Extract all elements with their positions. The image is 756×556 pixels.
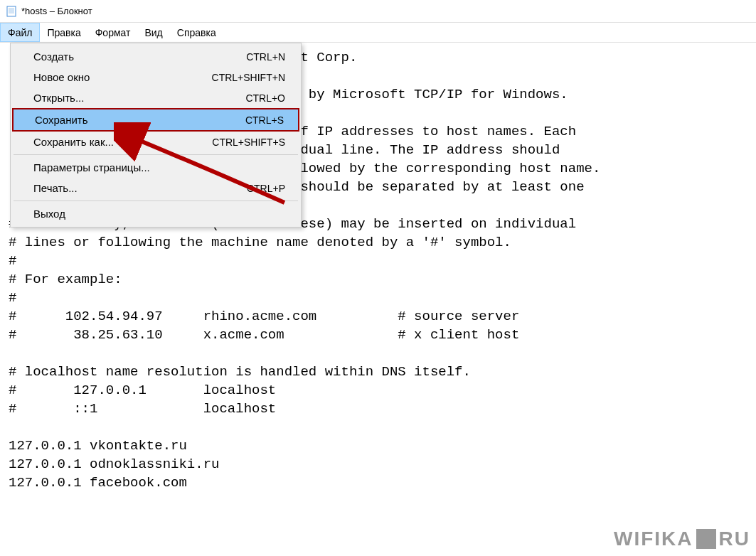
menu-item-label: Выход: [33, 208, 285, 220]
menu-item-shortcut: CTRL+P: [247, 183, 285, 194]
menu-save[interactable]: Сохранить CTRL+S: [12, 108, 299, 132]
menu-item-shortcut: CTRL+N: [246, 51, 285, 63]
menu-item-label: Сохранить как...: [33, 136, 212, 148]
menu-item-label: Параметры страницы...: [33, 161, 285, 173]
menu-file[interactable]: Файл: [0, 23, 40, 42]
menu-format[interactable]: Формат: [88, 23, 138, 42]
notepad-icon: [6, 6, 17, 17]
qr-icon: [696, 529, 716, 549]
window-title: *hosts – Блокнот: [21, 6, 92, 16]
menu-item-shortcut: CTRL+SHIFT+N: [212, 72, 285, 83]
menu-exit[interactable]: Выход: [12, 203, 299, 224]
menu-item-label: Новое окно: [33, 71, 212, 83]
file-menu-dropdown: Создать CTRL+N Новое окно CTRL+SHIFT+N О…: [10, 43, 302, 228]
menu-help[interactable]: Справка: [170, 23, 223, 42]
menu-item-shortcut: CTRL+S: [245, 114, 284, 126]
menubar: Файл Правка Формат Вид Справка: [0, 23, 756, 43]
menu-save-as[interactable]: Сохранить как... CTRL+SHIFT+S: [12, 132, 299, 152]
watermark: WIFIKA RU: [614, 528, 750, 550]
menu-item-label: Сохранить: [35, 114, 245, 126]
menu-item-label: Открыть...: [33, 92, 245, 104]
menu-page-setup[interactable]: Параметры страницы...: [12, 157, 299, 178]
menu-separator: [14, 154, 298, 155]
watermark-text-suffix: RU: [719, 528, 750, 550]
menu-separator: [14, 201, 298, 201]
menu-item-label: Создать: [33, 50, 246, 63]
menu-open[interactable]: Открыть... CTRL+O: [12, 87, 299, 108]
menu-edit[interactable]: Правка: [40, 23, 87, 42]
titlebar: *hosts – Блокнот: [0, 0, 756, 23]
menu-view[interactable]: Вид: [137, 23, 169, 42]
menu-new[interactable]: Создать CTRL+N: [12, 46, 299, 67]
menu-item-label: Печать...: [33, 182, 247, 194]
watermark-text: WIFIKA: [614, 528, 693, 550]
menu-item-shortcut: CTRL+O: [245, 92, 285, 104]
menu-print[interactable]: Печать... CTRL+P: [12, 178, 299, 198]
menu-item-shortcut: CTRL+SHIFT+S: [212, 137, 285, 148]
menu-new-window[interactable]: Новое окно CTRL+SHIFT+N: [12, 67, 299, 87]
